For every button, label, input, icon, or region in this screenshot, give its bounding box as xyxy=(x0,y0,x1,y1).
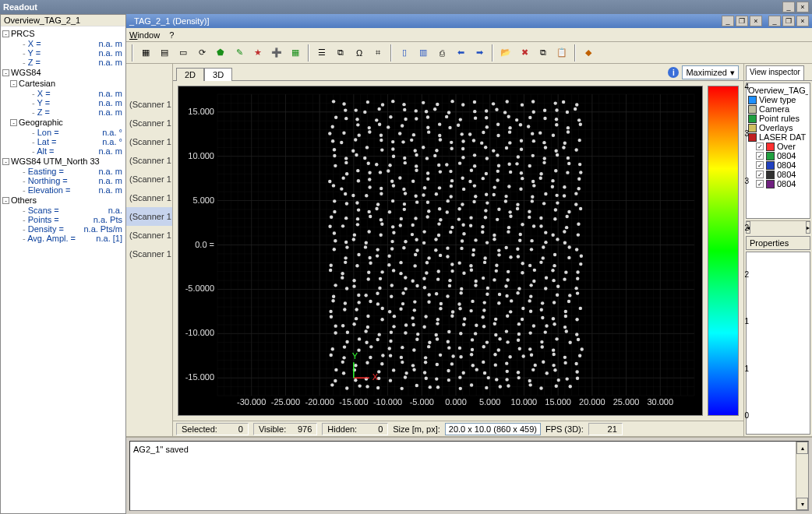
svg-point-596 xyxy=(497,248,500,252)
tool-print-icon[interactable]: ⎙ xyxy=(433,44,450,62)
tool-copy-icon[interactable]: ⧉ xyxy=(535,44,552,62)
tool-add-icon[interactable]: ➕ xyxy=(268,44,285,62)
expand-icon[interactable]: - xyxy=(2,158,9,165)
inspector-item[interactable]: View type xyxy=(748,95,808,104)
svg-point-219 xyxy=(352,284,355,287)
tool-polygon-icon[interactable]: ⬟ xyxy=(212,44,229,62)
tool-filter-icon[interactable]: ⌗ xyxy=(369,44,387,62)
tree-subgroup[interactable]: -Geographic xyxy=(1,117,125,128)
scanner-item[interactable]: (Scanner 1 xyxy=(126,245,172,263)
app-restore2-button[interactable]: ❐ xyxy=(782,16,795,26)
scroll-down-icon[interactable]: ▾ xyxy=(796,498,808,510)
svg-point-799 xyxy=(576,377,579,380)
doc-restore-button[interactable]: ❐ xyxy=(736,16,748,26)
visibility-checkbox[interactable]: ✓ xyxy=(756,152,764,160)
inspector-item[interactable]: Camera xyxy=(748,104,808,114)
tool-star-icon[interactable]: ★ xyxy=(249,44,267,62)
expand-icon[interactable]: - xyxy=(2,197,9,204)
tool-splitv-icon[interactable]: ▥ xyxy=(415,44,432,62)
tree-group[interactable]: -WGS84 UTM_North 33 xyxy=(1,156,125,167)
inspector-layer[interactable]: ✓0804 xyxy=(748,179,808,188)
scroll-up-icon[interactable]: ▴ xyxy=(796,442,808,454)
expand-icon[interactable]: - xyxy=(10,80,17,87)
inspector-item[interactable]: Overlays xyxy=(748,123,808,132)
scanner-item[interactable]: (Scanner 1 xyxy=(126,114,172,132)
inspector-layer[interactable]: ✓0804 xyxy=(748,170,808,179)
app-minimize2-button[interactable]: _ xyxy=(768,16,781,26)
inspector-item[interactable]: Point rules xyxy=(748,114,808,123)
tool-open-icon[interactable]: 📂 xyxy=(497,44,514,62)
tool-paste-icon[interactable]: 📋 xyxy=(553,44,570,62)
viz-canvas[interactable]: -30.000-25.000-20.000-15.000-10.000-5.00… xyxy=(178,86,703,416)
tool-freehand-icon[interactable]: ✎ xyxy=(231,44,248,62)
info-icon[interactable]: i xyxy=(668,67,679,78)
scanner-item[interactable]: (Scanner 1 xyxy=(126,151,172,170)
inspector-layer[interactable]: ✓0804 xyxy=(748,160,808,170)
svg-point-233 xyxy=(351,150,355,153)
tool-delete-icon[interactable]: ✖ xyxy=(516,44,533,62)
tree-subgroup[interactable]: -Cartesian xyxy=(1,78,125,89)
log-panel: AG2_1'' saved ▴ ▾ xyxy=(126,436,812,514)
menu-window[interactable]: Window xyxy=(129,30,160,40)
visibility-checkbox[interactable]: ✓ xyxy=(756,171,764,178)
view-mode-select[interactable]: Maximized ▾ xyxy=(682,65,739,79)
svg-point-235 xyxy=(358,133,361,136)
tree-group[interactable]: -PRCS xyxy=(1,28,125,39)
svg-point-248 xyxy=(369,300,372,303)
tab-3d[interactable]: 3D xyxy=(204,68,232,81)
tool-window-icon[interactable]: ▭ xyxy=(175,44,192,62)
expand-icon[interactable]: - xyxy=(10,119,17,126)
tree-group[interactable]: -WGS84 xyxy=(1,67,125,78)
svg-point-555 xyxy=(485,340,489,343)
tool-split-icon[interactable]: ▯ xyxy=(396,44,413,62)
inspector-hscroll[interactable]: ◂ ▸ xyxy=(746,220,810,231)
tree-group[interactable]: -Others xyxy=(1,195,125,206)
svg-point-644 xyxy=(517,376,520,379)
close-button[interactable]: × xyxy=(796,2,809,12)
tool-prev-icon[interactable]: ⬅ xyxy=(452,44,469,62)
inspector-layer[interactable]: ✓Over xyxy=(748,142,808,151)
scanner-item[interactable]: (Scanner 1 xyxy=(126,226,172,245)
inspector-layer[interactable]: ✓0804 xyxy=(748,151,808,160)
tool-grid-icon[interactable]: ▤ xyxy=(156,44,173,62)
svg-point-336 xyxy=(400,356,403,359)
svg-point-229 xyxy=(351,194,355,197)
inspector-tab[interactable]: View inspector xyxy=(746,65,804,80)
doc-minimize-button[interactable]: _ xyxy=(722,16,734,26)
scanner-item[interactable]: (Scanner 1 xyxy=(126,95,172,114)
tab-2d[interactable]: 2D xyxy=(176,68,204,81)
scroll-right-icon[interactable]: ▸ xyxy=(806,221,810,234)
svg-point-494 xyxy=(462,323,465,326)
svg-point-628 xyxy=(507,230,510,233)
tool-layers-icon[interactable]: ☰ xyxy=(313,44,330,62)
app-close2-button[interactable]: × xyxy=(796,16,809,26)
scanner-item[interactable]: (Scanner 1 xyxy=(126,188,172,207)
tool-next-icon[interactable]: ➡ xyxy=(471,44,488,62)
scanner-item[interactable]: (Scanner 1 xyxy=(126,207,172,226)
tool-help-icon[interactable]: ◆ xyxy=(580,44,597,62)
svg-point-683 xyxy=(528,299,531,302)
scanner-item[interactable]: (Scanner 1 xyxy=(126,170,172,188)
svg-point-669 xyxy=(520,148,523,151)
minimize-button[interactable]: _ xyxy=(782,2,795,12)
svg-point-257 xyxy=(369,215,372,218)
tool-refresh-icon[interactable]: ⟳ xyxy=(193,44,210,62)
svg-point-249 xyxy=(365,294,368,297)
inspector-item[interactable]: LASER DAT xyxy=(748,132,808,142)
visibility-checkbox[interactable]: ✓ xyxy=(756,161,764,169)
tool-view-icon[interactable]: ▦ xyxy=(137,44,154,62)
tool-calc-icon[interactable]: ▦ xyxy=(287,44,304,62)
expand-icon[interactable]: - xyxy=(2,30,9,37)
tool-undo-icon[interactable]: Ω xyxy=(351,44,368,62)
log-scrollbar[interactable]: ▴ ▾ xyxy=(796,442,808,510)
svg-point-677 xyxy=(534,364,537,367)
expand-icon[interactable]: - xyxy=(2,69,9,76)
visibility-checkbox[interactable]: ✓ xyxy=(756,143,764,150)
svg-point-389 xyxy=(414,149,417,152)
visibility-checkbox[interactable]: ✓ xyxy=(756,180,764,188)
doc-close-button[interactable]: × xyxy=(750,16,762,26)
menu-help[interactable]: ? xyxy=(169,30,174,40)
scanner-item[interactable]: (Scanner 1 xyxy=(126,132,172,151)
tool-chart-icon[interactable]: ⧉ xyxy=(332,44,349,62)
svg-point-729 xyxy=(542,161,545,164)
